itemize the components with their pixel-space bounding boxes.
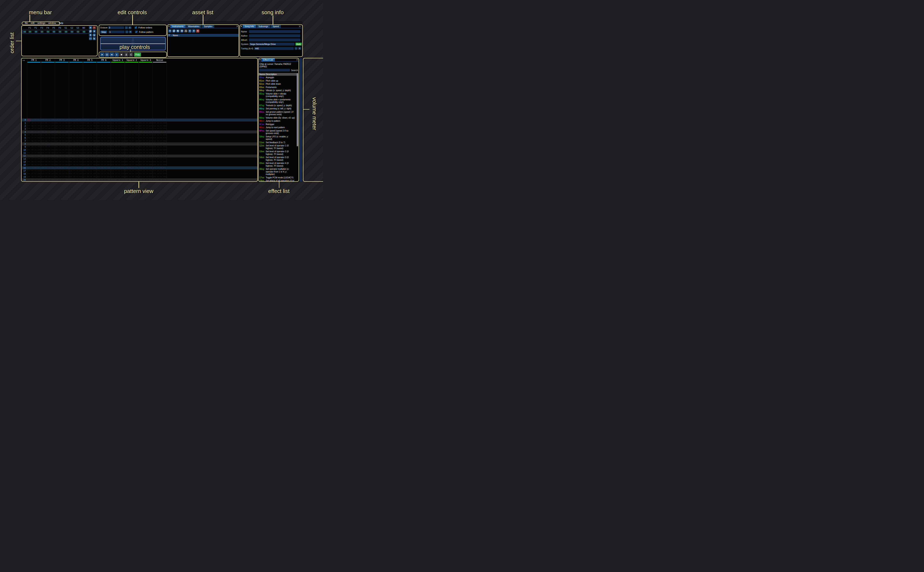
pattern-cell[interactable]: ··· ·· ·· ···· (111, 149, 125, 151)
author-input[interactable] (249, 34, 300, 37)
pattern-cell[interactable]: ··· ·· ·· ···· (55, 152, 69, 154)
order-cell[interactable]: 00 (69, 30, 75, 33)
pattern-cell[interactable]: ··· ·· ·· ···· (83, 140, 97, 142)
pattern-cell[interactable]: ··· ·· ·· ···· (69, 131, 83, 133)
pattern-cell[interactable]: ··· ·· ·· ···· (27, 149, 41, 151)
pattern-cell[interactable]: ··· ·· ·· ···· (27, 131, 41, 133)
pattern-cell[interactable]: ··· ·· ·· ···· (139, 152, 153, 154)
pattern-cell[interactable]: ··· ·· ·· ···· (97, 146, 111, 148)
pattern-cell[interactable]: ··· ·· ·· ···· (97, 155, 111, 157)
order-cell[interactable]: 00 (39, 30, 45, 33)
pattern-cell[interactable]: ··· ·· ·· ···· (83, 158, 97, 160)
pattern-cell[interactable]: ··· ·· ·· ···· (139, 179, 153, 181)
pattern-cell[interactable]: ··· ·· ·· ···· (55, 173, 69, 175)
pattern-cell[interactable]: ··· ·· ·· ···· (55, 137, 69, 139)
pattern-cell[interactable]: ··· ·· ·· ···· (69, 176, 83, 178)
pattern-cell[interactable]: ··· ·· ·· ···· (69, 143, 83, 145)
octave-input[interactable] (108, 26, 124, 29)
pattern-cell[interactable]: ··· ·· ·· ···· (27, 161, 41, 163)
order-cell[interactable]: 00 (51, 30, 57, 33)
pattern-cell[interactable]: ··· ·· ·· ···· (41, 146, 55, 148)
pattern-cell[interactable]: ··· ·· ·· ···· (83, 164, 97, 166)
pattern-cell[interactable]: ··· ·· ·· ···· (41, 119, 55, 121)
pattern-cell[interactable]: ··· ·· ·· ···· (125, 155, 139, 157)
channel-header-fm-2[interactable]: FM 2 (41, 58, 55, 63)
channel-header-noise[interactable]: Noise (153, 58, 167, 63)
pattern-cell[interactable]: ··· ·· ·· ···· (153, 161, 167, 163)
pattern-cell[interactable]: ··· ·· ·· ···· (153, 179, 167, 181)
octave-increase-button[interactable]: + (128, 26, 131, 29)
asset-move-up-button[interactable] (188, 29, 192, 33)
pattern-cell[interactable]: ··· ·· ·· ···· (111, 131, 125, 133)
pattern-cell[interactable]: ··· ·· ·· ···· (97, 179, 111, 181)
pattern-cell[interactable]: ··· ·· ·· ···· (55, 179, 69, 181)
pattern-cell[interactable]: ··· ·· ·· ···· (55, 122, 69, 124)
pattern-cell[interactable]: ··· ·· ·· ···· (55, 134, 69, 136)
pattern-cell[interactable]: ··· ·· ·· ···· (41, 164, 55, 166)
asset-save-button[interactable] (180, 29, 184, 33)
pattern-cell[interactable]: ··· ·· ·· ···· (27, 173, 41, 175)
order-remove-button[interactable] (93, 26, 96, 29)
effect-list-close-button[interactable] (296, 58, 299, 62)
pattern-cell[interactable]: ··· ·· ·· ···· (41, 134, 55, 136)
order-cursor-mode-button[interactable] (93, 37, 96, 40)
asset-add-button[interactable] (168, 29, 171, 33)
pattern-cell[interactable]: ··· ·· ·· ···· (55, 155, 69, 157)
pattern-cell[interactable]: ··· ·· ·· ···· (27, 134, 41, 136)
pattern-cell[interactable]: ··· ·· ·· ···· (125, 122, 139, 124)
pattern-cell[interactable]: ··· ·· ·· ···· (69, 179, 83, 181)
pattern-cell[interactable]: ··· ·· ·· ···· (69, 134, 83, 136)
asset-duplicate-button[interactable] (172, 29, 176, 33)
order-unlink-button[interactable] (89, 37, 92, 40)
pattern-cell[interactable]: ··· ·· ·· ···· (27, 146, 41, 148)
pattern-cell[interactable]: ··· ·· ·· ···· (125, 149, 139, 151)
effect-search-input[interactable] (259, 69, 290, 72)
pattern-cell[interactable]: ··· ·· ·· ···· (55, 119, 69, 121)
pattern-cell[interactable]: ··· ·· ·· ···· (111, 146, 125, 148)
step-button[interactable]: Step (100, 31, 108, 33)
pattern-cell[interactable]: ··· ·· ·· ···· (41, 137, 55, 139)
pattern-cell[interactable]: ··· ·· ·· ···· (41, 161, 55, 163)
pattern-cell[interactable]: ··· ·· ·· ···· (153, 128, 167, 130)
order-add-button[interactable] (89, 26, 92, 29)
order-cell[interactable]: 00 (33, 30, 39, 33)
pattern-cell[interactable]: ··· ·· ·· ···· (139, 173, 153, 175)
pattern-cell[interactable]: ··· ·· ·· ···· (83, 128, 97, 130)
pattern-cell[interactable]: ··· ·· ·· ···· (55, 164, 69, 166)
pattern-cell[interactable]: ··· ·· ·· ···· (27, 128, 41, 130)
pattern-cell[interactable]: ··· ·· ·· ···· (41, 131, 55, 133)
pattern-cell[interactable]: ··· ·· ·· ···· (69, 119, 83, 121)
pattern-cell[interactable]: ··· ·· ·· ···· (69, 140, 83, 142)
pattern-cell[interactable]: ··· ·· ·· ···· (83, 155, 97, 157)
pattern-cell[interactable]: ··· ·· ·· ···· (97, 140, 111, 142)
pattern-cell[interactable]: ··· ·· ·· ···· (69, 152, 83, 154)
pattern-cell[interactable]: ··· ·· ·· ···· (69, 146, 83, 148)
pattern-cell[interactable]: ··· ·· ·· ···· (139, 134, 153, 136)
pattern-cell[interactable]: ··· ·· ·· ···· (69, 122, 83, 124)
pattern-cell[interactable]: ··· ·· ·· ···· (27, 143, 41, 145)
follow-orders-checkbox[interactable] (134, 26, 137, 29)
pattern-cell[interactable]: ··· ·· ·· ···· (153, 152, 167, 154)
pattern-cell[interactable]: ··· ·· ·· ···· (83, 134, 97, 136)
pattern-cell[interactable]: ··· ·· ·· ···· (125, 143, 139, 145)
tab-wavetables[interactable]: Wavetables (186, 25, 201, 28)
pattern-cell[interactable]: ··· ·· ·· ···· (27, 167, 41, 169)
pattern-cell[interactable]: ··· ·· ·· ···· (83, 152, 97, 154)
pattern-cell[interactable]: ··· ·· ·· ···· (111, 158, 125, 160)
follow-pattern-checkbox[interactable] (135, 31, 138, 33)
pattern-cell[interactable]: ··· ·· ·· ···· (69, 155, 83, 157)
poly-button[interactable]: Poly (134, 53, 141, 57)
effect-list-collapse-button[interactable] (259, 58, 261, 62)
pattern-cell[interactable]: ··· ·· ·· ···· (111, 173, 125, 175)
pattern-cell[interactable]: ··· ·· ·· ···· (111, 137, 125, 139)
pattern-cell[interactable]: ··· ·· ·· ···· (139, 119, 153, 121)
pattern-corner[interactable]: ++ (23, 59, 25, 61)
step-input[interactable] (108, 31, 125, 33)
pattern-cell[interactable]: ··· ·· ·· ···· (153, 173, 167, 175)
pattern-cell[interactable]: ··· ·· ·· ···· (83, 122, 97, 124)
pattern-cell[interactable]: ··· ·· ·· ···· (153, 170, 167, 172)
pattern-cell[interactable]: ··· ·· ·· ···· (125, 137, 139, 139)
pattern-cell[interactable]: ··· ·· ·· ···· (69, 161, 83, 163)
pattern-cell[interactable]: ··· ·· ·· ···· (69, 170, 83, 172)
step-button[interactable] (114, 53, 119, 57)
